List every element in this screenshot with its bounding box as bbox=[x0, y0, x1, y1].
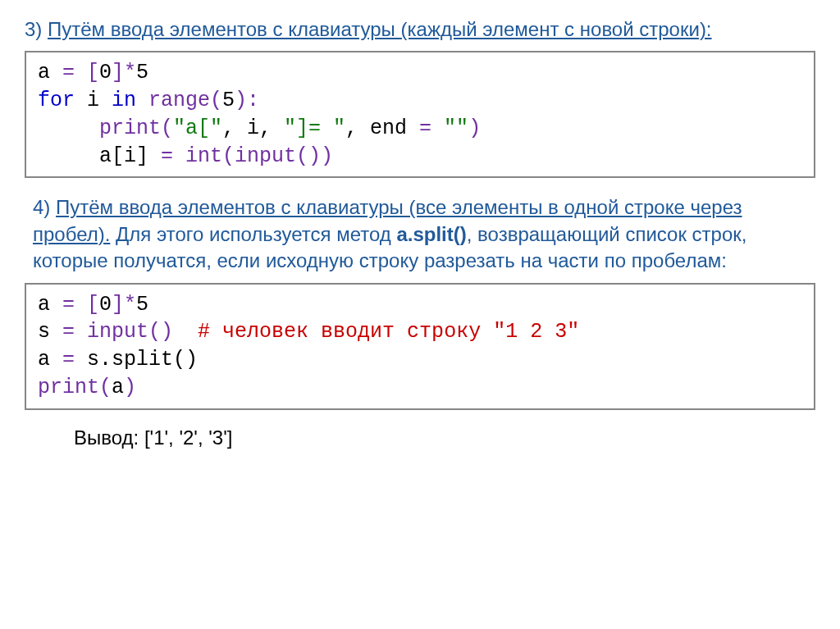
section-4-paragraph: 4) Путём ввода элементов с клавиатуры (в… bbox=[33, 194, 815, 274]
code-func: ) bbox=[468, 116, 481, 140]
code-func: print( bbox=[99, 116, 173, 140]
code-block-1: a = [0]*5 for i in range(5): print("a[",… bbox=[25, 51, 815, 178]
code-block-2: a = [0]*5 s = input() # человек вводит с… bbox=[25, 283, 815, 410]
code-text: a[i] bbox=[99, 144, 161, 168]
section-4-number: 4) bbox=[33, 196, 56, 218]
code-text: a bbox=[38, 293, 62, 317]
code-text: a bbox=[112, 376, 124, 399]
code-func: ) bbox=[124, 376, 136, 399]
code-string: "" bbox=[444, 116, 468, 140]
code-string: "]= " bbox=[284, 116, 345, 140]
section-3-heading: 3) Путём ввода элементов с клавиатуры (к… bbox=[25, 16, 815, 43]
code-text: = bbox=[62, 320, 87, 344]
code-comment: # человек вводит строку "1 2 3" bbox=[198, 320, 579, 344]
code-text: a bbox=[38, 61, 62, 84]
code-text: , i, bbox=[222, 116, 284, 140]
code-text: i bbox=[75, 89, 112, 112]
code-text: = bbox=[419, 116, 444, 140]
code-func: ) bbox=[321, 144, 333, 168]
code-indent bbox=[38, 116, 99, 140]
code-text: = [ bbox=[62, 61, 99, 84]
section-4-body-1: Для этого используется метод bbox=[110, 223, 396, 245]
code-text: 0 bbox=[99, 293, 112, 317]
code-text bbox=[173, 320, 198, 344]
section-3-title: Путём ввода элементов с клавиатуры (кажд… bbox=[48, 18, 712, 40]
code-func: int( bbox=[185, 144, 235, 168]
code-func: input() bbox=[235, 144, 321, 168]
output-line: Вывод: ['1', '2', '3'] bbox=[74, 426, 815, 449]
code-text: , end bbox=[345, 116, 419, 140]
code-text: = bbox=[161, 144, 185, 168]
code-text: s.split() bbox=[87, 348, 198, 371]
code-text bbox=[136, 89, 148, 112]
code-text: = [ bbox=[62, 293, 99, 317]
code-indent bbox=[38, 144, 99, 168]
code-text: 0 bbox=[99, 61, 112, 84]
code-func: input() bbox=[87, 320, 173, 344]
code-string: "a[" bbox=[173, 116, 222, 140]
code-text: 5 bbox=[136, 293, 148, 317]
code-text: 5 bbox=[136, 61, 148, 84]
code-func: range( bbox=[148, 89, 222, 112]
code-func: ): bbox=[235, 89, 259, 112]
code-text: a bbox=[38, 348, 62, 371]
code-func: print( bbox=[38, 376, 112, 399]
code-keyword: for bbox=[38, 89, 75, 112]
code-text: = bbox=[62, 348, 87, 371]
code-text: s bbox=[38, 320, 62, 344]
code-keyword: in bbox=[112, 89, 136, 112]
code-text: 5 bbox=[222, 89, 235, 112]
section-4-bold-method: a.split() bbox=[396, 223, 466, 245]
code-text: ]* bbox=[112, 61, 136, 84]
output-label: Вывод: bbox=[74, 426, 144, 449]
code-text: ]* bbox=[112, 293, 136, 317]
section-3-number: 3) bbox=[25, 18, 48, 40]
output-value: ['1', '2', '3'] bbox=[144, 426, 233, 449]
